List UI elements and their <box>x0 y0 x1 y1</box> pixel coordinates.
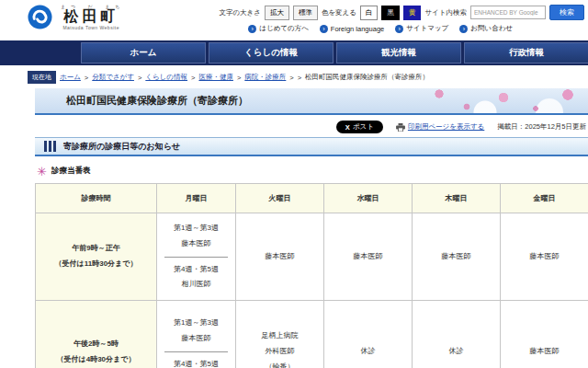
monday-weeks-1: 第1週～第3週 <box>159 221 233 236</box>
posted-date: 掲載日：2025年12月5日更新 <box>497 122 586 132</box>
breadcrumb-living-link[interactable]: くらしの情報 <box>145 73 187 82</box>
site-subtitle: Matsuda Town Website <box>62 25 119 30</box>
font-enlarge-button[interactable]: 拡大 <box>265 6 289 20</box>
table-header-row: 診療時間 月曜日 火曜日 水曜日 木曜日 金曜日 <box>36 184 588 213</box>
sitemap-label: サイトマップ <box>406 24 448 33</box>
morning-tuesday-cell: 藤本医師 <box>236 213 324 301</box>
monday-weeks-1: 第1週～第3週 <box>159 316 233 331</box>
afternoon-time-note: （受付は4時30分まで） <box>38 352 154 368</box>
monday-doctor-2: 相川医師 <box>159 277 233 293</box>
color-yellow-button[interactable]: 黄 <box>403 6 422 20</box>
breadcrumb-separator: > <box>289 74 293 82</box>
nav-item-government[interactable]: 行政情報 <box>464 42 588 63</box>
afternoon-time: 午後2時～5時 <box>38 337 154 352</box>
print-page-link[interactable]: 印刷用ページを表示する <box>396 122 484 132</box>
col-header-time: 診療時間 <box>36 184 157 213</box>
page-meta-row: X ポスト 印刷用ページを表示する 掲載日：2025年12月5日更新 <box>0 115 588 137</box>
color-white-button[interactable]: 白 <box>360 6 379 20</box>
table-row-morning: 午前9時～正午 （受付は11時30分まで） 第1週～第3週 藤本医師 第4週・第… <box>36 213 588 301</box>
breadcrumb-category-link[interactable]: 分類でさがす <box>92 73 134 82</box>
col-header-wednesday: 水曜日 <box>324 184 413 213</box>
header-quick-links: › はじめての方へ › Foreign language › サイトマップ › … <box>248 24 513 33</box>
foreign-language-label: Foreign language <box>331 25 384 33</box>
afternoon-tuesday-cell: 足柄上病院 外科医師 （輪番） <box>236 301 324 368</box>
col-header-monday: 月曜日 <box>157 184 236 213</box>
breadcrumb-separator: > <box>191 74 195 82</box>
breadcrumb-hospital-link[interactable]: 病院・診療所 <box>244 73 286 82</box>
table-row-afternoon: 午後2時～5時 （受付は4時30分まで） 第1週～第3週 藤本医師 第4週・第5… <box>36 301 588 368</box>
morning-time: 午前9時～正午 <box>38 241 154 257</box>
cell-divider <box>164 351 228 352</box>
arrow-circle-icon: › <box>395 25 403 33</box>
global-nav: ホーム くらしの情報 観光情報 行政情報 <box>0 40 588 65</box>
breadcrumb-medical-link[interactable]: 医療・健康 <box>198 73 233 82</box>
morning-thursday-cell: 藤本医師 <box>413 213 501 301</box>
current-location-badge: 現在地 <box>28 71 56 84</box>
nav-item-home[interactable]: ホーム <box>81 42 206 63</box>
contact-label: お問い合わせ <box>470 24 513 33</box>
monday-doctor-1: 藤本医師 <box>159 236 233 252</box>
nav-item-tourism[interactable]: 観光情報 <box>336 42 461 63</box>
breadcrumb-separator: > <box>237 74 241 82</box>
morning-time-note: （受付は11時30分まで） <box>38 257 154 272</box>
x-post-label: ポスト <box>353 122 374 132</box>
font-size-label: 文字の大きさ <box>219 8 261 17</box>
print-page-label: 印刷用ページを表示する <box>408 122 484 132</box>
search-input[interactable] <box>470 6 546 19</box>
tuesday-hospital: 足柄上病院 <box>238 328 322 344</box>
accessibility-controls: 文字の大きさ 拡大 標準 色を変える 白 黒 黄 サイト内検索 検索 <box>219 5 584 20</box>
arrow-circle-icon: › <box>248 25 256 33</box>
site-header: まつ だ まち 松田町 Matsuda Town Website 文字の大きさ … <box>0 0 588 40</box>
morning-friday-cell: 藤本医師 <box>501 213 588 301</box>
site-name: 松田町 <box>63 9 119 25</box>
col-header-friday: 金曜日 <box>501 184 588 213</box>
breadcrumb-separator: > <box>298 74 301 82</box>
afternoon-monday-cell: 第1週～第3週 藤本医師 第4週・第5週 相川医師 <box>157 301 236 368</box>
x-icon: X <box>345 123 350 132</box>
page-title-banner: 松田町国民健康保険診療所（寄診療所） <box>35 88 588 115</box>
breadcrumb-current-page: 松田町国民健康保険診療所（寄診療所） <box>305 73 429 82</box>
cell-divider <box>164 257 228 258</box>
col-header-tuesday: 火曜日 <box>236 184 324 213</box>
afternoon-friday-cell: 藤本医師 <box>501 301 588 368</box>
font-standard-button[interactable]: 標準 <box>293 6 318 20</box>
triple-bars-icon <box>44 141 56 152</box>
section-heading-title: 寄診療所の診療日等のお知らせ <box>63 141 180 153</box>
flower-icon: ✳ <box>37 166 47 178</box>
section-heading: 寄診療所の診療日等のお知らせ <box>35 137 588 156</box>
monday-weeks-2: 第4週・第5週 <box>159 357 233 368</box>
town-logo-icon <box>28 5 52 29</box>
sitemap-link[interactable]: › サイトマップ <box>395 24 448 33</box>
breadcrumb-home-link[interactable]: ホーム <box>60 73 81 82</box>
color-change-label: 色を変える <box>322 8 356 17</box>
arrow-circle-icon: › <box>320 25 328 33</box>
monday-doctor-1: 藤本医師 <box>159 331 233 347</box>
table-caption: 診療当番表 <box>51 166 91 177</box>
table-caption-row: ✳ 診療当番表 <box>37 165 588 177</box>
contact-link[interactable]: › お問い合わせ <box>459 24 513 33</box>
col-header-thursday: 木曜日 <box>413 184 501 213</box>
first-time-link[interactable]: › はじめての方へ <box>248 24 309 33</box>
tuesday-rotation-note: （輪番） <box>238 360 322 368</box>
arrow-circle-icon: › <box>459 25 468 33</box>
morning-time-cell: 午前9時～正午 （受付は11時30分まで） <box>36 213 157 301</box>
afternoon-time-cell: 午後2時～5時 （受付は4時30分まで） <box>36 301 157 368</box>
tuesday-doctor: 外科医師 <box>238 344 322 360</box>
x-post-button[interactable]: X ポスト <box>336 121 383 133</box>
foreign-language-link[interactable]: › Foreign language <box>320 24 384 33</box>
afternoon-wednesday-cell: 休診 <box>324 301 413 368</box>
breadcrumb-separator: > <box>138 74 141 82</box>
monday-weeks-2: 第4週・第5週 <box>159 262 233 278</box>
breadcrumb-separator: > <box>85 74 88 82</box>
site-search-label: サイト内検索 <box>424 8 467 17</box>
site-logo[interactable]: まつ だ まち 松田町 Matsuda Town Website <box>28 4 125 30</box>
morning-wednesday-cell: 藤本医師 <box>324 213 413 301</box>
morning-monday-cell: 第1週～第3週 藤本医師 第4週・第5週 相川医師 <box>157 213 236 301</box>
page-title: 松田町国民健康保険診療所（寄診療所） <box>35 94 248 108</box>
search-button[interactable]: 検索 <box>549 5 584 20</box>
printer-icon <box>396 123 405 132</box>
nav-item-living[interactable]: くらしの情報 <box>209 42 334 63</box>
color-black-button[interactable]: 黒 <box>381 6 400 20</box>
afternoon-thursday-cell: 休診 <box>413 301 501 368</box>
first-time-label: はじめての方へ <box>259 24 309 33</box>
